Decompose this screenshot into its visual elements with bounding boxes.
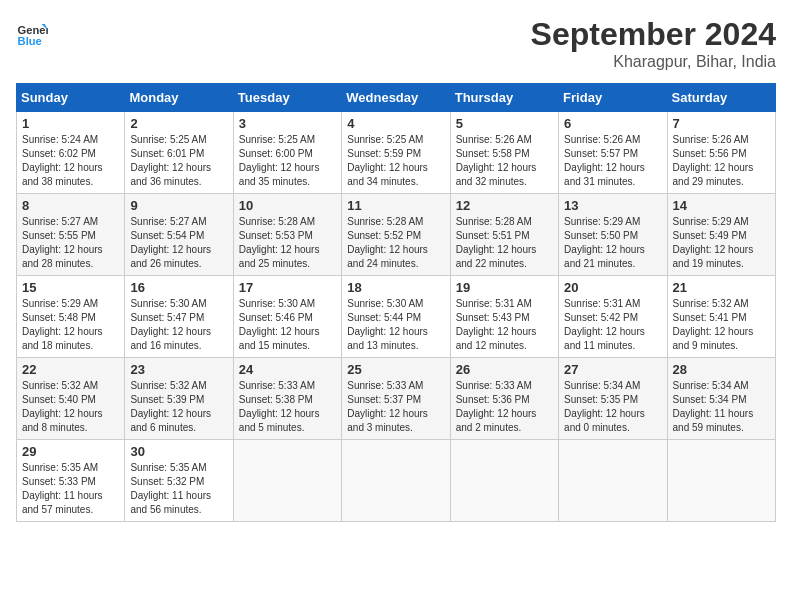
- calendar-cell: 8Sunrise: 5:27 AM Sunset: 5:55 PM Daylig…: [17, 194, 125, 276]
- calendar-week-row: 29Sunrise: 5:35 AM Sunset: 5:33 PM Dayli…: [17, 440, 776, 522]
- title-block: September 2024 Kharagpur, Bihar, India: [531, 16, 776, 71]
- calendar-cell: 12Sunrise: 5:28 AM Sunset: 5:51 PM Dayli…: [450, 194, 558, 276]
- day-info: Sunrise: 5:35 AM Sunset: 5:32 PM Dayligh…: [130, 461, 227, 517]
- calendar-week-row: 22Sunrise: 5:32 AM Sunset: 5:40 PM Dayli…: [17, 358, 776, 440]
- day-info: Sunrise: 5:29 AM Sunset: 5:48 PM Dayligh…: [22, 297, 119, 353]
- day-number: 1: [22, 116, 119, 131]
- day-number: 7: [673, 116, 770, 131]
- calendar-cell: 26Sunrise: 5:33 AM Sunset: 5:36 PM Dayli…: [450, 358, 558, 440]
- day-number: 18: [347, 280, 444, 295]
- calendar-cell: [233, 440, 341, 522]
- day-number: 10: [239, 198, 336, 213]
- day-info: Sunrise: 5:33 AM Sunset: 5:37 PM Dayligh…: [347, 379, 444, 435]
- day-number: 30: [130, 444, 227, 459]
- day-number: 19: [456, 280, 553, 295]
- day-info: Sunrise: 5:35 AM Sunset: 5:33 PM Dayligh…: [22, 461, 119, 517]
- day-info: Sunrise: 5:28 AM Sunset: 5:53 PM Dayligh…: [239, 215, 336, 271]
- weekday-header: Saturday: [667, 84, 775, 112]
- calendar-cell: 20Sunrise: 5:31 AM Sunset: 5:42 PM Dayli…: [559, 276, 667, 358]
- day-info: Sunrise: 5:25 AM Sunset: 6:01 PM Dayligh…: [130, 133, 227, 189]
- weekday-header: Monday: [125, 84, 233, 112]
- calendar-cell: 23Sunrise: 5:32 AM Sunset: 5:39 PM Dayli…: [125, 358, 233, 440]
- calendar-table: SundayMondayTuesdayWednesdayThursdayFrid…: [16, 83, 776, 522]
- day-number: 20: [564, 280, 661, 295]
- calendar-cell: 27Sunrise: 5:34 AM Sunset: 5:35 PM Dayli…: [559, 358, 667, 440]
- day-info: Sunrise: 5:32 AM Sunset: 5:39 PM Dayligh…: [130, 379, 227, 435]
- calendar-cell: 29Sunrise: 5:35 AM Sunset: 5:33 PM Dayli…: [17, 440, 125, 522]
- calendar-cell: 24Sunrise: 5:33 AM Sunset: 5:38 PM Dayli…: [233, 358, 341, 440]
- day-info: Sunrise: 5:30 AM Sunset: 5:44 PM Dayligh…: [347, 297, 444, 353]
- day-info: Sunrise: 5:34 AM Sunset: 5:35 PM Dayligh…: [564, 379, 661, 435]
- calendar-cell: 14Sunrise: 5:29 AM Sunset: 5:49 PM Dayli…: [667, 194, 775, 276]
- day-info: Sunrise: 5:27 AM Sunset: 5:54 PM Dayligh…: [130, 215, 227, 271]
- day-info: Sunrise: 5:31 AM Sunset: 5:42 PM Dayligh…: [564, 297, 661, 353]
- day-info: Sunrise: 5:33 AM Sunset: 5:38 PM Dayligh…: [239, 379, 336, 435]
- page-header: General Blue September 2024 Kharagpur, B…: [16, 16, 776, 71]
- calendar-cell: 11Sunrise: 5:28 AM Sunset: 5:52 PM Dayli…: [342, 194, 450, 276]
- day-number: 23: [130, 362, 227, 377]
- svg-text:Blue: Blue: [18, 35, 42, 47]
- day-info: Sunrise: 5:24 AM Sunset: 6:02 PM Dayligh…: [22, 133, 119, 189]
- calendar-week-row: 8Sunrise: 5:27 AM Sunset: 5:55 PM Daylig…: [17, 194, 776, 276]
- day-number: 4: [347, 116, 444, 131]
- calendar-cell: 28Sunrise: 5:34 AM Sunset: 5:34 PM Dayli…: [667, 358, 775, 440]
- day-number: 22: [22, 362, 119, 377]
- day-info: Sunrise: 5:29 AM Sunset: 5:50 PM Dayligh…: [564, 215, 661, 271]
- day-info: Sunrise: 5:34 AM Sunset: 5:34 PM Dayligh…: [673, 379, 770, 435]
- day-number: 5: [456, 116, 553, 131]
- weekday-header: Thursday: [450, 84, 558, 112]
- day-number: 27: [564, 362, 661, 377]
- month-title: September 2024: [531, 16, 776, 53]
- day-number: 14: [673, 198, 770, 213]
- day-number: 11: [347, 198, 444, 213]
- weekday-header: Tuesday: [233, 84, 341, 112]
- day-number: 12: [456, 198, 553, 213]
- calendar-cell: 19Sunrise: 5:31 AM Sunset: 5:43 PM Dayli…: [450, 276, 558, 358]
- location: Kharagpur, Bihar, India: [531, 53, 776, 71]
- calendar-cell: 1Sunrise: 5:24 AM Sunset: 6:02 PM Daylig…: [17, 112, 125, 194]
- day-info: Sunrise: 5:25 AM Sunset: 6:00 PM Dayligh…: [239, 133, 336, 189]
- calendar-cell: 9Sunrise: 5:27 AM Sunset: 5:54 PM Daylig…: [125, 194, 233, 276]
- logo: General Blue: [16, 16, 48, 48]
- day-info: Sunrise: 5:32 AM Sunset: 5:41 PM Dayligh…: [673, 297, 770, 353]
- day-number: 24: [239, 362, 336, 377]
- day-info: Sunrise: 5:26 AM Sunset: 5:56 PM Dayligh…: [673, 133, 770, 189]
- day-info: Sunrise: 5:26 AM Sunset: 5:58 PM Dayligh…: [456, 133, 553, 189]
- calendar-cell: [559, 440, 667, 522]
- day-number: 25: [347, 362, 444, 377]
- day-info: Sunrise: 5:28 AM Sunset: 5:51 PM Dayligh…: [456, 215, 553, 271]
- day-info: Sunrise: 5:30 AM Sunset: 5:47 PM Dayligh…: [130, 297, 227, 353]
- calendar-cell: 15Sunrise: 5:29 AM Sunset: 5:48 PM Dayli…: [17, 276, 125, 358]
- day-info: Sunrise: 5:29 AM Sunset: 5:49 PM Dayligh…: [673, 215, 770, 271]
- calendar-week-row: 15Sunrise: 5:29 AM Sunset: 5:48 PM Dayli…: [17, 276, 776, 358]
- day-number: 8: [22, 198, 119, 213]
- day-info: Sunrise: 5:32 AM Sunset: 5:40 PM Dayligh…: [22, 379, 119, 435]
- day-number: 29: [22, 444, 119, 459]
- day-number: 2: [130, 116, 227, 131]
- day-number: 15: [22, 280, 119, 295]
- calendar-cell: 2Sunrise: 5:25 AM Sunset: 6:01 PM Daylig…: [125, 112, 233, 194]
- calendar-cell: 18Sunrise: 5:30 AM Sunset: 5:44 PM Dayli…: [342, 276, 450, 358]
- logo-icon: General Blue: [16, 16, 48, 48]
- calendar-cell: 21Sunrise: 5:32 AM Sunset: 5:41 PM Dayli…: [667, 276, 775, 358]
- day-number: 9: [130, 198, 227, 213]
- weekday-header-row: SundayMondayTuesdayWednesdayThursdayFrid…: [17, 84, 776, 112]
- weekday-header: Sunday: [17, 84, 125, 112]
- weekday-header: Friday: [559, 84, 667, 112]
- calendar-cell: 10Sunrise: 5:28 AM Sunset: 5:53 PM Dayli…: [233, 194, 341, 276]
- calendar-cell: 4Sunrise: 5:25 AM Sunset: 5:59 PM Daylig…: [342, 112, 450, 194]
- day-number: 13: [564, 198, 661, 213]
- day-info: Sunrise: 5:28 AM Sunset: 5:52 PM Dayligh…: [347, 215, 444, 271]
- calendar-cell: 6Sunrise: 5:26 AM Sunset: 5:57 PM Daylig…: [559, 112, 667, 194]
- day-info: Sunrise: 5:30 AM Sunset: 5:46 PM Dayligh…: [239, 297, 336, 353]
- day-info: Sunrise: 5:33 AM Sunset: 5:36 PM Dayligh…: [456, 379, 553, 435]
- calendar-cell: 13Sunrise: 5:29 AM Sunset: 5:50 PM Dayli…: [559, 194, 667, 276]
- calendar-cell: 3Sunrise: 5:25 AM Sunset: 6:00 PM Daylig…: [233, 112, 341, 194]
- day-number: 16: [130, 280, 227, 295]
- day-info: Sunrise: 5:26 AM Sunset: 5:57 PM Dayligh…: [564, 133, 661, 189]
- day-info: Sunrise: 5:27 AM Sunset: 5:55 PM Dayligh…: [22, 215, 119, 271]
- calendar-cell: [450, 440, 558, 522]
- calendar-cell: 30Sunrise: 5:35 AM Sunset: 5:32 PM Dayli…: [125, 440, 233, 522]
- weekday-header: Wednesday: [342, 84, 450, 112]
- calendar-week-row: 1Sunrise: 5:24 AM Sunset: 6:02 PM Daylig…: [17, 112, 776, 194]
